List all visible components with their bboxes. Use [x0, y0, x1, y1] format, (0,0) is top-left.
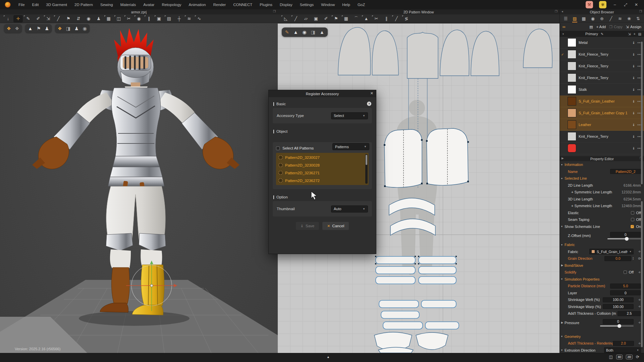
object-browser-scrollbar[interactable]	[641, 42, 643, 186]
menu-connect[interactable]: CONNECT	[229, 0, 256, 9]
menu-2d-pattern[interactable]: 2D Pattern	[71, 0, 97, 9]
export-icon[interactable]: ⇲	[628, 32, 631, 36]
select-all-checkbox[interactable]	[276, 146, 280, 150]
shirt-dot-icon[interactable]: ▲	[320, 29, 324, 35]
tab-topstitch-icon[interactable]: ╱	[606, 14, 615, 22]
pattern-item[interactable]: Pattern2D_3230027	[276, 154, 369, 161]
fabric-swatch[interactable]	[568, 97, 576, 106]
expand-bottom-icon[interactable]: ▲	[327, 355, 330, 359]
close-button[interactable]: ✕	[634, 2, 639, 7]
copy-button[interactable]: ❐Copy	[609, 25, 623, 29]
minimize-button[interactable]: –	[612, 2, 617, 7]
fabric-row-selected[interactable]: S_Full_Grain_Leather ⇓ •••	[560, 96, 644, 107]
refresh-icon[interactable]: ⟳	[636, 355, 639, 359]
trace-icon[interactable]: ✂	[372, 15, 381, 22]
pattern-list-scrollbar[interactable]	[365, 154, 368, 184]
cancel-button[interactable]: ✕ Cancel	[322, 222, 349, 230]
polygon-icon[interactable]: ✐	[321, 15, 331, 22]
save-fabric-icon[interactable]: ⇓	[632, 123, 635, 127]
grading-icon[interactable]: ▦	[341, 15, 351, 22]
fabric-row[interactable]: ✓ Knit_Fleece_Terry ⇓ •••	[560, 49, 644, 60]
fabric-select[interactable]: S_Full_Grain_Leather Cop ▼	[589, 249, 634, 254]
object-select[interactable]: Patterns ▼	[332, 143, 369, 150]
seam-taping-checkbox[interactable]	[631, 218, 634, 221]
collapse-panel-icon[interactable]: ▶	[561, 157, 564, 160]
add-point-icon[interactable]: ▱	[301, 15, 311, 22]
menu-file[interactable]: File	[15, 0, 29, 9]
menu-plugins[interactable]: Plugins	[256, 0, 276, 9]
fabric-row-selected[interactable]: Leather ⇓ •••	[560, 119, 644, 131]
fabric-row[interactable]: Stalk ⇓ •••	[560, 84, 644, 96]
fabric-group-header[interactable]: ▾ Primary ✎ ⇲ + ▤	[560, 31, 644, 37]
assign-button[interactable]: ⇲Assign	[626, 25, 641, 29]
tab-zipper-icon[interactable]: ⇅	[634, 14, 643, 22]
menu-retopology[interactable]: Retopology	[158, 0, 185, 9]
fabric-swatch[interactable]	[568, 120, 576, 129]
toggle-2d-button[interactable]: 2D	[626, 355, 633, 359]
fabric-row[interactable]: Knit_Fleece_Terry ⇓ •••	[560, 131, 644, 142]
save-fabric-icon[interactable]: ⇓	[632, 88, 635, 92]
rectangle-icon[interactable]: ▣	[311, 15, 321, 22]
help-icon[interactable]: ?	[367, 102, 371, 106]
gear-icon[interactable]: ✧	[636, 305, 641, 308]
section-information[interactable]: ▾Information	[560, 161, 644, 168]
edit-pattern-icon[interactable]: ╱	[291, 15, 301, 22]
solidify-checkbox[interactable]	[624, 270, 627, 274]
save-fabric-icon[interactable]: ⇓	[632, 53, 635, 56]
fabric-swatch[interactable]	[568, 50, 576, 59]
pattern-pieces-cuffs[interactable]	[374, 332, 448, 353]
schematic-checkbox[interactable]: ✓	[631, 225, 634, 228]
menu-animation[interactable]: Animation	[185, 0, 210, 9]
pattern-pieces-top[interactable]	[338, 27, 552, 78]
tab-fabric-icon[interactable]: ▨	[570, 14, 579, 22]
fabric-swatch[interactable]	[568, 144, 576, 153]
gear-icon[interactable]: ✧	[636, 250, 641, 253]
undock-icon[interactable]: ❐	[555, 10, 557, 13]
section-bond-skive[interactable]: ▶Bond/Skive	[560, 262, 644, 269]
shirt-pattern-icon[interactable]: ▲	[362, 15, 371, 22]
collision-input[interactable]: 2.5	[618, 311, 641, 316]
fabric-row[interactable]: Metal ⇓ •••	[560, 37, 644, 49]
rename-icon[interactable]: ✎	[601, 32, 603, 36]
gear-icon[interactable]: ✧	[636, 298, 641, 302]
save-fabric-icon[interactable]: ⇓	[632, 111, 635, 115]
restore-button[interactable]: ⤢	[623, 2, 628, 7]
reset-icon[interactable]: ⟳	[636, 257, 641, 260]
pleat-icon[interactable]: ∥	[382, 15, 391, 22]
save-button[interactable]: ⇓ Save	[296, 222, 319, 230]
particle-distance-input[interactable]: 5.0	[610, 284, 641, 289]
extrusion-select[interactable]: Both ▼	[604, 347, 641, 353]
section-geometry[interactable]: ▾Geometry	[560, 333, 644, 340]
fabric-swatch[interactable]	[568, 62, 576, 70]
new-folder-icon[interactable]: ▤	[589, 25, 593, 29]
fabric-swatch[interactable]	[568, 109, 576, 117]
save-fabric-icon[interactable]: ⇓	[632, 64, 635, 68]
split-view-icon[interactable]: ◫	[609, 355, 613, 359]
link-icon[interactable]: ∞	[562, 24, 566, 29]
menu-render[interactable]: Render	[210, 0, 230, 9]
pattern-checkbox[interactable]	[279, 163, 282, 167]
fabric-row[interactable]: Knit_Fleece_Terry ⇓ •••	[560, 60, 644, 72]
iron-icon[interactable]: ⌒	[352, 15, 361, 22]
menu-edit[interactable]: Edit	[29, 0, 43, 9]
pattern-item[interactable]: Pattern2D_3230028	[276, 161, 369, 169]
toggle-3d-button[interactable]: 3D	[616, 355, 623, 359]
fabric-swatch[interactable]	[568, 85, 576, 94]
accessory-type-select[interactable]: Select ▼	[331, 112, 368, 119]
property-editor-scrollbar[interactable]	[641, 201, 643, 349]
rendering-input[interactable]: 2.0	[613, 341, 634, 346]
pattern-item[interactable]: Pattern2D_3236272	[276, 177, 369, 184]
pressure-slider[interactable]	[600, 325, 634, 326]
menu-display[interactable]: Display	[276, 0, 296, 9]
tab-graphic-icon[interactable]: ▩	[579, 14, 588, 22]
grain-direction-input[interactable]: 0.0	[604, 256, 631, 261]
section-selected-line[interactable]: ▾Selected Line	[560, 175, 644, 182]
pattern-checkbox[interactable]	[279, 156, 282, 159]
z-offset-input[interactable]: 0	[610, 232, 641, 237]
z-offset-slider[interactable]	[607, 238, 641, 239]
brush-2d-icon[interactable]: ✎	[285, 29, 289, 35]
pattern-item[interactable]: Pattern2D_3236271	[276, 169, 369, 177]
zigzag-icon[interactable]: ≶	[402, 15, 411, 22]
tab-list-icon[interactable]: ☰	[561, 14, 570, 22]
name-input[interactable]: Pattern2D_2	[610, 169, 641, 174]
